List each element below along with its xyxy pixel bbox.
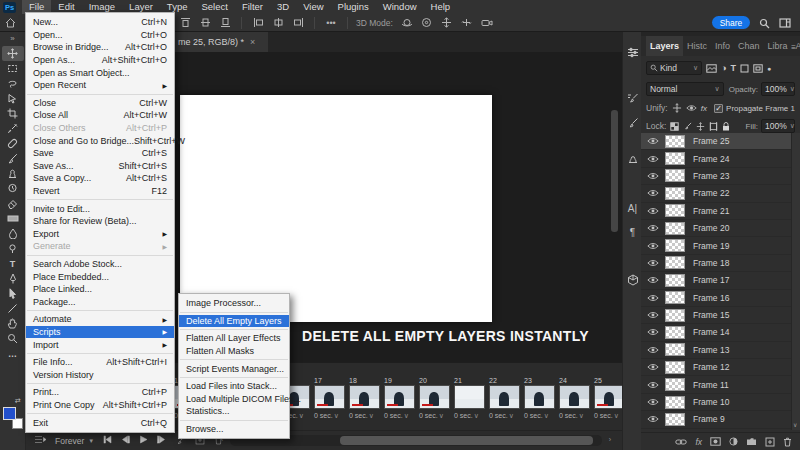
scripts-menu-item-browse[interactable]: Browse... bbox=[179, 423, 289, 436]
line-tool[interactable] bbox=[2, 301, 24, 316]
panel-tab-layers[interactable]: Layers bbox=[646, 36, 683, 56]
fill-dropdown[interactable]: 100% ∨ bbox=[761, 119, 795, 133]
menu-view[interactable]: View bbox=[296, 0, 330, 14]
unify-visibility-icon[interactable] bbox=[686, 104, 697, 112]
file-menu-item-scripts[interactable]: Scripts▶ bbox=[26, 326, 174, 339]
scripts-menu-item-delete-all-empty-layers[interactable]: Delete All Empty Layers bbox=[179, 315, 289, 328]
layer-thumbnail[interactable] bbox=[665, 326, 685, 339]
layer-row-frame-19[interactable]: Frame 19 bbox=[641, 237, 791, 254]
file-menu-item-close-and-go-to-bridge[interactable]: Close and Go to Bridge...Shift+Ctrl+W bbox=[26, 134, 174, 147]
history-brush-tool[interactable] bbox=[2, 181, 24, 196]
panel-tab-chan[interactable]: Chan bbox=[734, 36, 764, 56]
file-menu-item-close-all[interactable]: Close AllAlt+Ctrl+W bbox=[26, 109, 174, 122]
file-menu-item-version-history[interactable]: Version History bbox=[26, 368, 174, 381]
layer-row-frame-11[interactable]: Frame 11 bbox=[641, 376, 791, 393]
play-button[interactable] bbox=[139, 435, 148, 446]
lock-pixels-icon[interactable] bbox=[683, 122, 692, 131]
menu-select[interactable]: Select bbox=[194, 0, 234, 14]
layer-thumbnail[interactable] bbox=[665, 169, 685, 182]
layer-visibility-eye-icon[interactable] bbox=[647, 172, 665, 180]
align-bottom-icon[interactable] bbox=[217, 16, 233, 30]
frame-thumbnail[interactable] bbox=[419, 385, 450, 409]
menu-help[interactable]: Help bbox=[424, 0, 458, 14]
layer-row-frame-12[interactable]: Frame 12 bbox=[641, 359, 791, 376]
frame-thumbnail[interactable] bbox=[384, 385, 415, 409]
frame-duration-dropdown[interactable]: 0 sec.∨ bbox=[524, 412, 557, 420]
layer-thumbnail[interactable] bbox=[665, 413, 685, 426]
scripts-menu-item-load-files-into-stack[interactable]: Load Files into Stack... bbox=[179, 380, 289, 393]
clone-stamp-tool[interactable] bbox=[2, 166, 24, 181]
layer-row-frame-24[interactable]: Frame 24 bbox=[641, 150, 791, 167]
foreground-color-swatch[interactable] bbox=[3, 407, 16, 420]
layer-row-frame-16[interactable]: Frame 16 bbox=[641, 290, 791, 307]
lock-transparency-icon[interactable] bbox=[670, 122, 679, 131]
frame-thumbnail[interactable] bbox=[524, 385, 555, 409]
rectangular-marquee-tool[interactable] bbox=[2, 61, 24, 76]
layer-row-frame-23[interactable]: Frame 23 bbox=[641, 168, 791, 185]
file-menu-item-browse-in-bridge[interactable]: Browse in Bridge...Alt+Ctrl+O bbox=[26, 41, 174, 54]
scroll-right-icon[interactable]: › bbox=[609, 436, 611, 443]
layer-visibility-eye-icon[interactable] bbox=[647, 363, 665, 371]
scripts-menu-item-flatten-all-masks[interactable]: Flatten All Masks bbox=[179, 345, 289, 358]
layer-visibility-eye-icon[interactable] bbox=[647, 381, 665, 389]
file-menu-item-automate[interactable]: Automate▶ bbox=[26, 313, 174, 326]
hand-tool[interactable] bbox=[2, 316, 24, 331]
layer-thumbnail[interactable] bbox=[665, 239, 685, 252]
search-icon[interactable] bbox=[756, 16, 772, 30]
frame-thumbnail[interactable] bbox=[349, 385, 380, 409]
filter-smart-objects-icon[interactable] bbox=[753, 64, 763, 73]
frame-thumbnail[interactable] bbox=[489, 385, 520, 409]
layer-mask-icon[interactable] bbox=[710, 437, 721, 446]
workspace-icon[interactable] bbox=[777, 16, 793, 30]
properties-panel-icon[interactable] bbox=[623, 44, 642, 60]
file-menu-item-package[interactable]: Package... bbox=[26, 295, 174, 308]
layer-row-frame-21[interactable]: Frame 21 bbox=[641, 203, 791, 220]
new-layer-icon[interactable] bbox=[765, 437, 775, 447]
clone-source-panel-icon[interactable] bbox=[623, 150, 642, 166]
edit-toolbar-icon[interactable]: … bbox=[2, 346, 24, 361]
home-icon[interactable] bbox=[2, 16, 18, 30]
layer-row-frame-25[interactable]: Frame 25 bbox=[641, 133, 791, 150]
frame-duration-dropdown[interactable]: 0 sec.∨ bbox=[384, 412, 417, 420]
scripts-menu-item-image-processor[interactable]: Image Processor... bbox=[179, 297, 289, 310]
panel-tab-info[interactable]: Info bbox=[711, 36, 734, 56]
layer-visibility-eye-icon[interactable] bbox=[647, 242, 665, 250]
new-group-folder-icon[interactable] bbox=[746, 437, 757, 446]
gradient-tool[interactable] bbox=[2, 211, 24, 226]
unify-style-icon[interactable]: fx bbox=[701, 104, 707, 113]
zoom-tool[interactable] bbox=[2, 331, 24, 346]
tab-close-icon[interactable]: × bbox=[250, 37, 255, 47]
unify-position-icon[interactable] bbox=[672, 103, 682, 113]
layer-row-frame-22[interactable]: Frame 22 bbox=[641, 185, 791, 202]
file-menu-item-save-a-copy[interactable]: Save a Copy...Alt+Ctrl+S bbox=[26, 172, 174, 185]
3d-roll-icon[interactable] bbox=[419, 16, 435, 30]
file-menu-item-open-as[interactable]: Open As...Alt+Shift+Ctrl+O bbox=[26, 54, 174, 67]
healing-brush-tool[interactable] bbox=[2, 136, 24, 151]
first-frame-button[interactable] bbox=[103, 435, 112, 446]
file-menu-item-search-adobe-stock[interactable]: Search Adobe Stock... bbox=[26, 258, 174, 271]
blur-tool[interactable] bbox=[2, 226, 24, 241]
delete-layer-trash-icon[interactable] bbox=[783, 437, 792, 447]
dodge-tool[interactable] bbox=[2, 241, 24, 256]
timeline-frame-24[interactable]: 240 sec.∨ bbox=[559, 377, 592, 420]
layer-thumbnail[interactable] bbox=[665, 291, 685, 304]
crop-tool[interactable] bbox=[2, 106, 24, 121]
layer-row-frame-17[interactable]: Frame 17 bbox=[641, 272, 791, 289]
layer-visibility-eye-icon[interactable] bbox=[647, 224, 665, 232]
layer-row-frame-13[interactable]: Frame 13 bbox=[641, 342, 791, 359]
brush-settings-panel-icon[interactable] bbox=[623, 90, 642, 106]
file-menu-item-print-one-copy[interactable]: Print One CopyAlt+Shift+Ctrl+P bbox=[26, 399, 174, 412]
file-menu-item-new[interactable]: New...Ctrl+N bbox=[26, 16, 174, 29]
next-frame-button[interactable] bbox=[157, 435, 166, 446]
3d-panel-icon[interactable] bbox=[623, 272, 642, 288]
layer-thumbnail[interactable] bbox=[665, 274, 685, 287]
menu-3d[interactable]: 3D bbox=[270, 0, 296, 14]
blend-mode-dropdown[interactable]: Normal ∨ bbox=[646, 82, 724, 96]
timeline-frame-22[interactable]: 220 sec.∨ bbox=[489, 377, 522, 420]
file-menu-item-print[interactable]: Print...Ctrl+P bbox=[26, 386, 174, 399]
3d-camera-icon[interactable] bbox=[479, 16, 495, 30]
filter-type-layers-icon[interactable]: T bbox=[730, 63, 736, 73]
layer-visibility-eye-icon[interactable] bbox=[647, 137, 665, 145]
layer-thumbnail[interactable] bbox=[665, 343, 685, 356]
brushes-panel-icon[interactable] bbox=[623, 114, 642, 130]
